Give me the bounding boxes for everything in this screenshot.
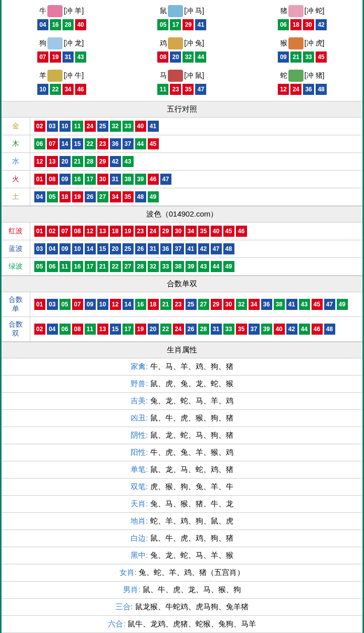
attr-key: 六合: (108, 619, 125, 628)
number-ball: 32 (148, 261, 159, 272)
number-ball: 06 (278, 19, 289, 30)
number-ball: 04 (47, 243, 58, 254)
number-ball: 14 (59, 138, 71, 149)
attr-row: 天肖: 兔、马、猴、猪、牛、龙 (2, 496, 362, 513)
number-ball: 47 (324, 299, 335, 310)
zodiac-cell: 牛 [冲 羊] 04162840 (2, 2, 122, 34)
number-ball: 25 (97, 121, 108, 132)
attr-key: 阴性: (131, 431, 148, 439)
number-ball: 20 (148, 324, 159, 335)
number-ball: 39 (135, 174, 146, 185)
number-ball: 44 (299, 324, 310, 335)
attr-row: 六合: 鼠牛、龙鸡、虎猪、蛇猴、兔狗、马羊 (2, 616, 362, 633)
attr-value: 兔、马、猴、猪、牛、龙 (148, 499, 233, 508)
zodiac-cell: 猴 [冲 虎] 09213345 (242, 34, 362, 67)
table-row: 合数双 020406081113151719202224262831333537… (2, 317, 362, 342)
row-label: 水 (2, 153, 30, 171)
attr-row: 家禽: 牛、马、羊、鸡、狗、猪 (2, 358, 362, 376)
number-ball: 46 (75, 84, 86, 95)
zodiac-icon (288, 37, 304, 49)
section-wuxing-header: 五行对照 (2, 101, 362, 118)
attr-value: 兔、龙、蛇、马、羊、鸡 (148, 396, 233, 405)
number-ball: 36 (160, 243, 171, 254)
number-ball: 08 (72, 226, 83, 237)
number-ball: 31 (63, 51, 74, 63)
row-numbers: 03040910141520252631363741424748 (34, 243, 359, 254)
number-ball: 02 (34, 121, 45, 132)
number-ball: 03 (47, 121, 58, 132)
attr-row: 阳性: 牛、虎、兔、羊、猴、鸡 (2, 444, 362, 461)
number-ball: 39 (186, 261, 197, 272)
zodiac-chong: [冲 虎] (305, 39, 325, 48)
number-ball: 49 (337, 299, 348, 310)
number-ball: 48 (324, 324, 335, 335)
attr-key: 地肖: (131, 516, 148, 525)
row-numbers: 05061116172122272832333839434449 (34, 261, 359, 272)
attr-value: 鼠、牛、虎、猴、狗、猪 (148, 413, 233, 422)
number-ball: 22 (160, 324, 171, 335)
zodiac-icon (47, 5, 63, 17)
number-ball: 20 (110, 243, 121, 254)
section-shengxiao-header: 生肖属性 (2, 342, 362, 358)
number-ball: 41 (186, 243, 197, 254)
attr-row: 地肖: 蛇、羊、鸡、狗、鼠、虎 (2, 513, 362, 530)
number-ball: 28 (135, 261, 146, 272)
attr-key: 黑中: (131, 551, 148, 559)
number-ball: 18 (59, 191, 71, 202)
number-ball: 06 (59, 324, 71, 335)
number-ball: 12 (34, 156, 45, 167)
zodiac-cell: 马 [冲 鼠] 11233547 (122, 67, 242, 99)
attr-value: 虎、猴、狗、兔、羊、牛 (148, 482, 233, 491)
attr-row: 阴性: 鼠、龙、蛇、马、狗、猪 (2, 427, 362, 444)
attr-row: 黑中: 兔、龙、蛇、马、羊、猴 (2, 547, 362, 564)
number-ball: 27 (123, 261, 134, 272)
number-ball: 02 (34, 324, 45, 335)
number-ball: 43 (198, 261, 209, 272)
row-label: 蓝波 (2, 240, 30, 258)
number-ball: 42 (316, 19, 327, 30)
zodiac-name: 鸡 (160, 39, 167, 48)
number-ball: 33 (160, 261, 171, 272)
zodiac-numbers: 11233547 (122, 84, 242, 95)
number-ball: 41 (195, 19, 206, 30)
number-ball: 17 (123, 324, 134, 335)
attr-value: 鼠、牛、虎、龙、马、猴、狗 (141, 585, 241, 594)
bose-table: 红波 0102070812131819232429303435404546 蓝波… (2, 223, 362, 276)
zodiac-numbers: 08203244 (122, 51, 242, 63)
number-ball: 38 (123, 174, 134, 185)
attr-row: 凶丑: 鼠、牛、虎、猴、狗、猪 (2, 410, 362, 427)
number-ball: 18 (290, 19, 301, 30)
table-row: 土 04051819262734354849 (2, 188, 362, 206)
number-ball: 23 (97, 138, 108, 149)
number-ball: 26 (135, 243, 146, 254)
number-ball: 34 (63, 84, 74, 95)
table-row: 木 06071415222336374445 (2, 135, 362, 153)
attr-value: 鼠龙猴、牛蛇鸡、虎马狗、兔羊猪 (133, 602, 249, 611)
number-ball: 04 (34, 191, 45, 202)
number-ball: 38 (173, 261, 184, 272)
attr-key: 野兽: (131, 379, 148, 388)
row-numbers: 0102070812131819232429303435404546 (34, 226, 359, 237)
number-ball: 35 (198, 226, 209, 237)
number-ball: 05 (34, 261, 45, 272)
number-ball: 40 (135, 121, 146, 132)
number-ball: 28 (63, 19, 74, 30)
number-ball: 42 (198, 243, 209, 254)
number-ball: 26 (186, 324, 197, 335)
number-ball: 11 (72, 121, 83, 132)
attr-value: 鼠、龙、马、蛇、鸡、猪 (148, 465, 233, 473)
number-ball: 33 (223, 324, 234, 335)
number-ball: 37 (249, 324, 260, 335)
number-ball: 08 (157, 51, 168, 63)
row-label: 木 (2, 135, 30, 153)
number-ball: 10 (97, 299, 108, 310)
number-ball: 17 (85, 261, 96, 272)
table-row: 蓝波 03040910141520252631363741424748 (2, 240, 362, 258)
number-ball: 03 (34, 243, 45, 254)
number-ball: 43 (299, 299, 310, 310)
number-ball: 14 (85, 243, 96, 254)
table-row: 金 02031011242532334041 (2, 118, 362, 135)
number-ball: 20 (59, 156, 71, 167)
number-ball: 17 (85, 174, 96, 185)
number-ball: 01 (34, 226, 45, 237)
